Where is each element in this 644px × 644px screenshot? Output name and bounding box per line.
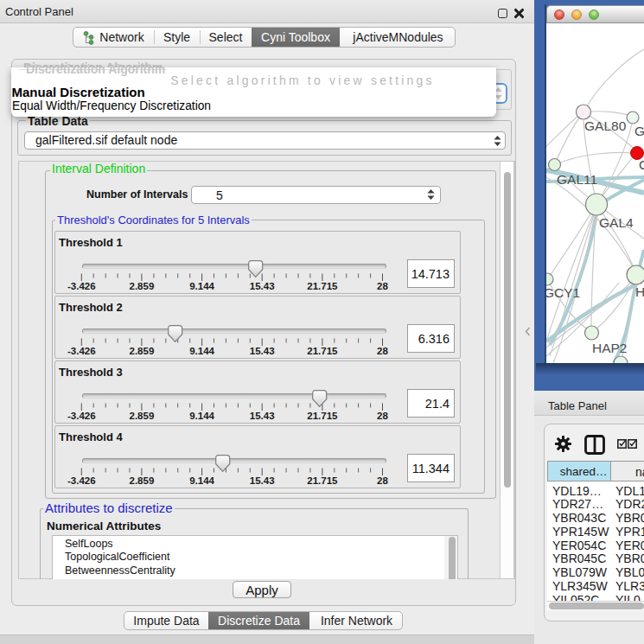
svg-text:GCY1: GCY1 (546, 285, 580, 300)
svg-text:GAL11: GAL11 (557, 172, 597, 187)
svg-text:HA: HA (635, 284, 644, 299)
svg-text:CY: CY (639, 157, 644, 172)
svg-text:GAL4: GAL4 (599, 215, 634, 230)
svg-text:GAL80: GAL80 (584, 118, 627, 133)
svg-text:HAP2: HAP2 (592, 341, 628, 355)
svg-text:GA: GA (634, 124, 644, 138)
